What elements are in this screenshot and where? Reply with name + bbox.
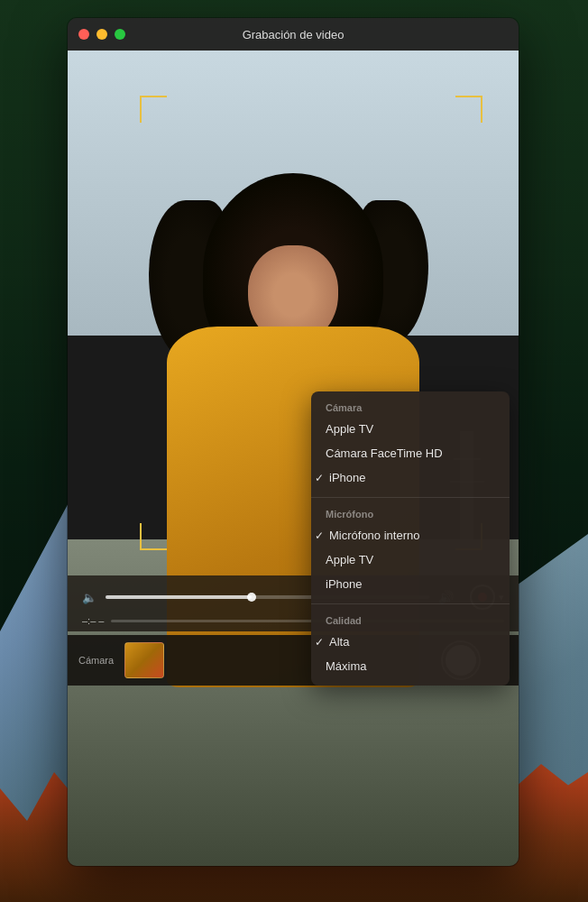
volume-low-icon: 🔈 bbox=[82, 591, 96, 604]
focus-corner-topleft bbox=[140, 96, 167, 123]
close-button[interactable] bbox=[78, 29, 89, 40]
camera-apple-tv[interactable]: ✓ Apple TV bbox=[311, 417, 510, 441]
camera-view: 🔈 🔊 ▾ –:– – bbox=[68, 51, 519, 866]
quality-maxima-label: Máxima bbox=[326, 659, 367, 673]
dropdown-menu: Cámara ✓ Apple TV ✓ Cámara FaceTime HD ✓… bbox=[311, 391, 510, 686]
focus-corner-topright bbox=[455, 96, 482, 123]
camera-section-header: Cámara bbox=[311, 399, 510, 417]
slider-fill bbox=[106, 595, 252, 599]
mic-iphone-label: iPhone bbox=[326, 577, 362, 591]
quality-section-header: Calidad bbox=[311, 612, 510, 630]
microphone-section: Micrófono ✓ Micrófono interno ✓ Apple TV… bbox=[311, 497, 510, 603]
window-content: 🔈 🔊 ▾ –:– – bbox=[68, 51, 519, 866]
camera-facetime-hd[interactable]: ✓ Cámara FaceTime HD bbox=[311, 441, 510, 465]
titlebar: Grabación de video bbox=[68, 18, 519, 51]
camera-label: Cámara bbox=[78, 655, 114, 666]
minimize-button[interactable] bbox=[96, 29, 107, 40]
quality-alta[interactable]: ✓ Alta bbox=[311, 630, 510, 654]
maximize-button[interactable] bbox=[115, 29, 125, 40]
camera-apple-tv-label: Apple TV bbox=[326, 422, 373, 436]
focus-corner-bottomleft bbox=[140, 523, 167, 550]
mic-apple-tv[interactable]: ✓ Apple TV bbox=[311, 548, 510, 572]
camera-facetime-hd-label: Cámara FaceTime HD bbox=[326, 446, 443, 460]
camera-iphone-label: iPhone bbox=[329, 471, 365, 484]
thumbnail-preview[interactable] bbox=[124, 642, 164, 678]
quality-maxima[interactable]: ✓ Máxima bbox=[311, 654, 510, 678]
main-window: Grabación de video bbox=[68, 18, 519, 866]
mic-apple-tv-label: Apple TV bbox=[326, 553, 373, 566]
checkmark-icon: ✓ bbox=[315, 529, 324, 542]
mic-iphone[interactable]: ✓ iPhone bbox=[311, 572, 510, 596]
mic-section-header: Micrófono bbox=[311, 505, 510, 523]
mic-internal[interactable]: ✓ Micrófono interno bbox=[311, 523, 510, 548]
time-display: –:– – bbox=[82, 615, 104, 626]
window-controls bbox=[78, 29, 125, 40]
mic-internal-label: Micrófono interno bbox=[329, 529, 419, 542]
camera-section: Cámara ✓ Apple TV ✓ Cámara FaceTime HD ✓… bbox=[311, 391, 510, 497]
checkmark-icon: ✓ bbox=[315, 636, 324, 649]
window-title: Grabación de video bbox=[243, 28, 345, 41]
camera-iphone[interactable]: ✓ iPhone bbox=[311, 465, 510, 490]
checkmark-icon: ✓ bbox=[315, 472, 324, 484]
slider-thumb bbox=[247, 593, 256, 602]
quality-section: Calidad ✓ Alta ✓ Máxima bbox=[311, 603, 510, 686]
quality-alta-label: Alta bbox=[329, 635, 349, 649]
